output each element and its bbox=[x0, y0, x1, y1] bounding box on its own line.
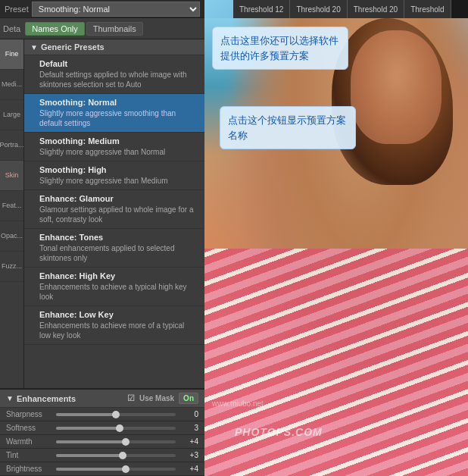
slider-track-brightness[interactable] bbox=[56, 468, 176, 471]
preset-item-enhance-low-key[interactable]: Enhance: Low KeyEnhancements to achieve … bbox=[24, 306, 204, 345]
section-arrow-icon: ▼ bbox=[30, 43, 38, 52]
preset-name: Enhance: High Key bbox=[39, 271, 195, 280]
slider-label-brightness: Brightness bbox=[6, 465, 51, 473]
preset-label: Preset bbox=[5, 5, 29, 14]
top-tabs-bar: Threshold 12 Threshold 20 Threshold 20 T… bbox=[233, 0, 468, 18]
side-label-large[interactable]: Large bbox=[0, 100, 23, 130]
preset-row: Preset Smoothing: Normal bbox=[0, 0, 204, 18]
watermark-1: www.miubo.net bbox=[212, 399, 264, 408]
preset-desc: Default settings applied to whole image … bbox=[39, 70, 195, 89]
preset-desc: Enhancements to achieve more of a typica… bbox=[39, 321, 195, 340]
preset-name: Smoothing: Medium bbox=[39, 136, 195, 146]
preset-desc: Glamour settings applied to whole image … bbox=[39, 205, 195, 224]
tab-threshold20b[interactable]: Threshold 20 bbox=[348, 0, 404, 18]
slider-value-brightness: +4 bbox=[180, 465, 198, 473]
swimsuit-layer bbox=[204, 249, 468, 476]
enhancements-header-right: ☑ Use Mask On bbox=[127, 393, 198, 404]
slider-label-warmth: Warmth bbox=[6, 437, 51, 446]
side-label-skin[interactable]: Skin bbox=[0, 161, 23, 191]
slider-value-softness: 3 bbox=[180, 424, 198, 432]
presets-list: DefaultDefault settings applied to whole… bbox=[24, 55, 204, 345]
detail-label: Deta bbox=[3, 24, 20, 33]
on-badge[interactable]: On bbox=[179, 393, 198, 404]
side-labels: Fine Medi... Large Portra... Skin Feat..… bbox=[0, 39, 24, 388]
slider-track-sharpness[interactable] bbox=[56, 413, 176, 416]
left-panel: Preset Smoothing: Normal Deta Names Only… bbox=[0, 0, 204, 476]
preset-name: Smoothing: Normal bbox=[39, 98, 195, 107]
slider-row-softness: Softness 3 bbox=[0, 421, 204, 435]
enhancements-header: ▼ Enhancements ☑ Use Mask On bbox=[0, 390, 204, 408]
slider-row-warmth: Warmth +4 bbox=[0, 435, 204, 449]
side-label-medium[interactable]: Medi... bbox=[0, 70, 23, 100]
preset-desc: Enhancements to achieve a typical high k… bbox=[39, 282, 195, 302]
photo-background: 点击这里你还可以选择软件提供的许多预置方案 点击这个按钮显示预置方案名称 www… bbox=[204, 0, 468, 476]
slider-label-sharpness: Sharpness bbox=[6, 410, 51, 418]
right-panel: 点击这里你还可以选择软件提供的许多预置方案 点击这个按钮显示预置方案名称 www… bbox=[204, 0, 468, 476]
preset-item-enhance-glamour[interactable]: Enhance: GlamourGlamour settings applied… bbox=[24, 190, 204, 229]
use-mask-label: Use Mask bbox=[139, 394, 174, 402]
thumbnails-tab[interactable]: Thumbnails bbox=[86, 22, 143, 36]
preset-item-smoothing-high[interactable]: Smoothing: HighSlightly more aggressive … bbox=[24, 161, 204, 190]
presets-panel: ▼ Generic Presets DefaultDefault setting… bbox=[24, 39, 204, 388]
preset-select[interactable]: Smoothing: Normal bbox=[32, 2, 200, 17]
tab-threshold[interactable]: Threshold bbox=[404, 0, 451, 18]
preset-item-smoothing-normal[interactable]: Smoothing: NormalSlightly more aggressiv… bbox=[24, 94, 204, 133]
names-only-tab[interactable]: Names Only bbox=[25, 22, 85, 36]
side-label-fine[interactable]: Fine bbox=[0, 39, 23, 70]
watermark-2: PHOTOPS.COM bbox=[235, 426, 323, 438]
use-mask-checkbox[interactable]: ☑ bbox=[127, 393, 135, 403]
main-content-area: Fine Medi... Large Portra... Skin Feat..… bbox=[0, 39, 204, 388]
slider-track-tint[interactable] bbox=[56, 454, 176, 457]
side-label-fuzz[interactable]: Fuzz... bbox=[0, 252, 23, 282]
slider-label-tint: Tint bbox=[6, 451, 51, 459]
generic-presets-header[interactable]: ▼ Generic Presets bbox=[24, 39, 204, 55]
tab-threshold20a[interactable]: Threshold 20 bbox=[290, 0, 347, 18]
callout-2-text: 点击这个按钮显示预置方案名称 bbox=[228, 114, 346, 141]
slider-row-brightness: Brightness +4 bbox=[0, 462, 204, 476]
preset-item-enhance-tones[interactable]: Enhance: TonesTonal enhancements applied… bbox=[24, 229, 204, 268]
slider-value-tint: +3 bbox=[180, 451, 198, 459]
preset-desc: Slightly more aggressive smoothing than … bbox=[39, 108, 195, 128]
callout-bubble-2: 点击这个按钮显示预置方案名称 bbox=[220, 106, 356, 149]
preset-item-enhance-high-key[interactable]: Enhance: High KeyEnhancements to achieve… bbox=[24, 268, 204, 306]
preset-name: Default bbox=[39, 59, 195, 68]
enh-arrow-icon: ▼ bbox=[6, 394, 14, 402]
side-label-opaque[interactable]: Opac... bbox=[0, 221, 23, 252]
enhancements-label: Enhancements bbox=[17, 394, 76, 403]
preset-desc: Slightly more aggressive than Normal bbox=[39, 147, 195, 157]
slider-row-tint: Tint +3 bbox=[0, 449, 204, 462]
slider-track-softness[interactable] bbox=[56, 427, 176, 430]
preset-name: Enhance: Low Key bbox=[39, 310, 195, 319]
tab-threshold12[interactable]: Threshold 12 bbox=[233, 0, 290, 18]
slider-track-warmth[interactable] bbox=[56, 440, 176, 443]
preset-desc: Tonal enhancements applied to selected s… bbox=[39, 243, 195, 263]
slider-value-sharpness: 0 bbox=[180, 410, 198, 418]
side-label-feather[interactable]: Feat... bbox=[0, 191, 23, 221]
sliders-list: Sharpness 0 Softness 3 Warmth +4 Tint +3… bbox=[0, 408, 204, 476]
callout-bubble-1: 点击这里你还可以选择软件提供的许多预置方案 bbox=[212, 27, 348, 70]
preset-item-smoothing-medium[interactable]: Smoothing: MediumSlightly more aggressiv… bbox=[24, 133, 204, 161]
panel-tabs-row: Deta Names Only Thumbnails bbox=[0, 18, 204, 39]
generic-presets-label: Generic Presets bbox=[41, 42, 105, 52]
callout-1-text: 点击这里你还可以选择软件提供的许多预置方案 bbox=[220, 35, 339, 61]
side-label-portrait[interactable]: Portra... bbox=[0, 130, 23, 161]
preset-desc: Slightly more aggressive than Medium bbox=[39, 176, 195, 186]
enhancements-section: ▼ Enhancements ☑ Use Mask On Sharpness 0… bbox=[0, 388, 204, 476]
preset-item-default[interactable]: DefaultDefault settings applied to whole… bbox=[24, 55, 204, 94]
preset-name: Enhance: Tones bbox=[39, 233, 195, 242]
slider-row-sharpness: Sharpness 0 bbox=[0, 408, 204, 421]
slider-value-warmth: +4 bbox=[180, 437, 198, 446]
face-layer bbox=[351, 30, 441, 144]
preset-name: Enhance: Glamour bbox=[39, 194, 195, 203]
preset-name: Smoothing: High bbox=[39, 165, 195, 174]
slider-label-softness: Softness bbox=[6, 424, 51, 432]
